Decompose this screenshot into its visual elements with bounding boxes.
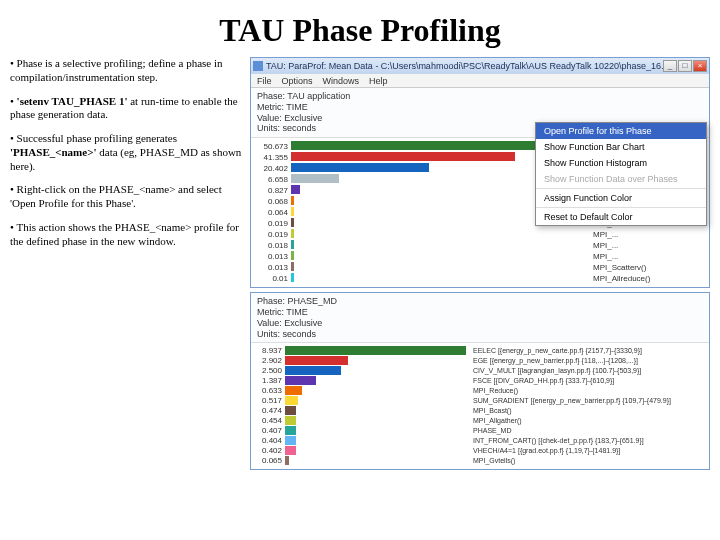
bar[interactable] — [291, 240, 294, 249]
series-label[interactable]: MPI_Bcast() — [473, 406, 705, 415]
value-label: 1.387 — [255, 376, 282, 385]
menu-item[interactable]: Options — [282, 76, 313, 86]
bar[interactable] — [291, 273, 294, 282]
maximize-button[interactable]: □ — [678, 60, 692, 72]
window-title: TAU: ParaProf: Mean Data - C:\Users\mahm… — [266, 61, 663, 71]
context-menu-item[interactable]: Show Function Bar Chart — [536, 139, 706, 155]
bar[interactable] — [285, 366, 341, 375]
context-menu-item[interactable]: Reset to Default Color — [536, 209, 706, 225]
series-label[interactable]: CIV_V_MULT [{lagrangian_lasyn.pp.f} {100… — [473, 366, 705, 375]
content: Phase is a selective profiling; define a… — [0, 57, 720, 474]
bar[interactable] — [285, 406, 296, 415]
value-label: 6.658 — [255, 174, 288, 185]
chart-header: Phase: PHASE_MDMetric: TIMEValue: Exclus… — [251, 293, 709, 343]
menu-item[interactable]: Help — [369, 76, 388, 86]
bullet-item: Successful phase profiling generates 'PH… — [10, 132, 244, 173]
value-label: 0.068 — [255, 196, 288, 207]
series-label[interactable]: MPI_... — [593, 240, 705, 251]
titlebar[interactable]: TAU: ParaProf: Mean Data - C:\Users\mahm… — [251, 58, 709, 74]
value-label: 0.064 — [255, 207, 288, 218]
minimize-button[interactable]: _ — [663, 60, 677, 72]
series-label[interactable]: MPI_... — [593, 251, 705, 262]
bar[interactable] — [291, 152, 515, 161]
series-label[interactable]: FSCE [{DIV_GRAD_HH.pp.f} {333.7}-{610,9}… — [473, 376, 705, 385]
bar-chart-phase: 8.9372.9022.5001.3870.6330.5170.4740.454… — [251, 343, 709, 469]
value-label: 8.937 — [255, 346, 282, 355]
bar[interactable] — [285, 376, 316, 385]
value-label: 0.013 — [255, 262, 288, 273]
bar[interactable] — [291, 207, 294, 216]
header-line: Metric: TIME — [257, 307, 703, 318]
value-label: 0.018 — [255, 240, 288, 251]
bar[interactable] — [291, 185, 300, 194]
bullet-item: Right-click on the PHASE_<name> and sele… — [10, 183, 244, 211]
bar[interactable] — [291, 163, 429, 172]
context-menu-item[interactable]: Show Function Data over Phases — [536, 171, 706, 187]
app-icon — [253, 61, 263, 71]
value-label: 50.673 — [255, 141, 288, 152]
bar[interactable] — [291, 218, 294, 227]
bar[interactable] — [285, 396, 298, 405]
series-label[interactable]: MPI_... — [593, 229, 705, 240]
bar[interactable] — [291, 174, 339, 183]
value-label: 0.013 — [255, 251, 288, 262]
value-label: 0.01 — [255, 273, 288, 284]
header-line: Units: seconds — [257, 329, 703, 340]
bar[interactable] — [285, 416, 296, 425]
value-label: 2.500 — [255, 366, 282, 375]
series-label[interactable]: SUM_GRADIENT [{energy_p_new_barrier.pp.f… — [473, 396, 705, 405]
bar[interactable] — [285, 436, 296, 445]
context-menu-item[interactable]: Show Function Histogram — [536, 155, 706, 171]
context-menu-item[interactable]: Open Profile for this Phase — [536, 123, 706, 139]
windows-area: TAU: ParaProf: Mean Data - C:\Users\mahm… — [250, 57, 710, 474]
bar[interactable] — [285, 386, 302, 395]
value-label: 0.474 — [255, 406, 282, 415]
bar[interactable] — [285, 456, 289, 465]
bullet-item: This action shows the PHASE_<name> profi… — [10, 221, 244, 249]
bullet-list: Phase is a selective profiling; define a… — [10, 57, 244, 474]
bullet-item: 'setenv TAU_PHASE 1' at run-time to enab… — [10, 95, 244, 123]
series-label[interactable]: EGE [{energy_p_new_barrier.pp.f} {118,..… — [473, 356, 705, 365]
series-label[interactable]: MPI_Gvtells() — [473, 456, 705, 465]
series-label[interactable]: VHECH/A4=1 [{grad.eot.pp.f} {1,19,7}-{14… — [473, 446, 705, 455]
series-label[interactable]: MPI_Allreduce() — [593, 273, 705, 284]
bar[interactable] — [291, 196, 294, 205]
series-label[interactable]: PHASE_MD — [473, 426, 705, 435]
series-label[interactable]: MPI_Scatterv() — [593, 262, 705, 273]
paraprof-window-phase: Phase: PHASE_MDMetric: TIMEValue: Exclus… — [250, 292, 710, 470]
value-label: 0.407 — [255, 426, 282, 435]
header-line: Metric: TIME — [257, 102, 703, 113]
value-label: 0.827 — [255, 185, 288, 196]
bar[interactable] — [291, 262, 294, 271]
bar[interactable] — [285, 426, 296, 435]
value-label: 0.454 — [255, 416, 282, 425]
close-button[interactable]: × — [693, 60, 707, 72]
menu-item[interactable]: File — [257, 76, 272, 86]
value-label: 0.404 — [255, 436, 282, 445]
value-label: 0.633 — [255, 386, 282, 395]
bullet-item: Phase is a selective profiling; define a… — [10, 57, 244, 85]
value-label: 0.019 — [255, 229, 288, 240]
menu-item[interactable]: Windows — [323, 76, 360, 86]
paraprof-window-main: TAU: ParaProf: Mean Data - C:\Users\mahm… — [250, 57, 710, 288]
value-label: 0.065 — [255, 456, 282, 465]
value-label: 0.517 — [255, 396, 282, 405]
header-line: Phase: TAU application — [257, 91, 703, 102]
context-menu: Open Profile for this PhaseShow Function… — [535, 122, 707, 226]
value-label: 2.902 — [255, 356, 282, 365]
bar[interactable] — [291, 251, 294, 260]
bar[interactable] — [291, 229, 294, 238]
header-line: Value: Exclusive — [257, 318, 703, 329]
menubar: FileOptionsWindowsHelp — [251, 74, 709, 88]
value-label: 20.402 — [255, 163, 288, 174]
bar[interactable] — [285, 346, 466, 355]
series-label[interactable]: MPI_Reduce() — [473, 386, 705, 395]
value-label: 41.355 — [255, 152, 288, 163]
context-menu-item[interactable]: Assign Function Color — [536, 190, 706, 206]
bar[interactable] — [285, 446, 296, 455]
series-label[interactable]: INT_FROM_CART() [{chek-det_p.pp.f} {183,… — [473, 436, 705, 445]
value-label: 0.019 — [255, 218, 288, 229]
series-label[interactable]: EELEC [{energy_p_new_carte.pp.f} {2157,7… — [473, 346, 705, 355]
series-label[interactable]: MPI_Allgather() — [473, 416, 705, 425]
bar[interactable] — [285, 356, 348, 365]
